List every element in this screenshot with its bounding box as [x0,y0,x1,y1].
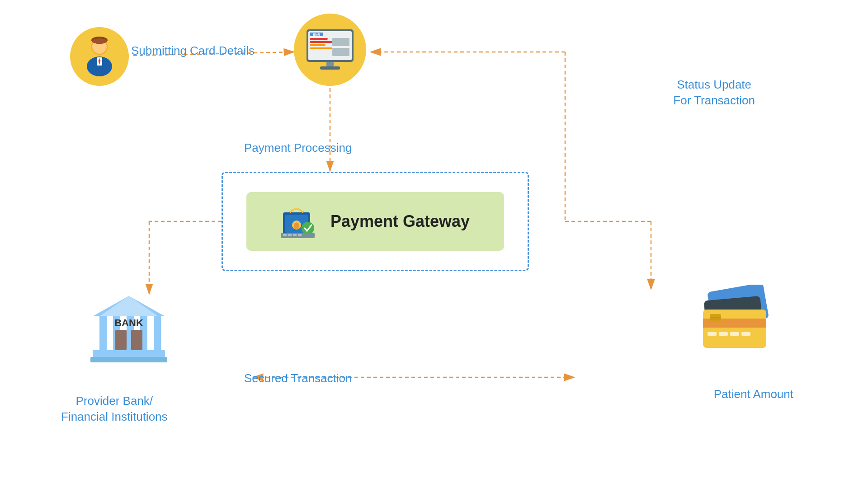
svg-text:BANK: BANK [114,317,143,328]
card-node [696,285,778,354]
svg-rect-30 [288,234,292,236]
gateway-outer-box: Payment Gateway [222,172,529,271]
svg-rect-52 [708,332,717,336]
svg-rect-54 [730,332,739,336]
svg-rect-41 [131,330,142,350]
svg-rect-43 [90,357,167,362]
svg-marker-34 [99,296,158,316]
svg-rect-53 [719,332,728,336]
svg-rect-26 [294,224,299,229]
svg-rect-32 [298,234,302,236]
label-payment-processing: Payment Processing [244,140,352,156]
gateway-label: Payment Gateway [330,212,470,231]
card-icon [701,285,773,352]
svg-rect-22 [320,66,340,70]
bank-icon: BANK [90,294,167,366]
svg-rect-17 [310,44,326,46]
svg-point-27 [302,222,314,235]
svg-rect-39 [154,316,161,350]
label-provider-bank: Provider Bank/Financial Institutions [61,393,168,425]
svg-rect-31 [293,234,297,236]
emr-node: EMR [294,14,366,86]
label-patient-amount: Patient Amount [714,386,793,402]
bank-node: BANK [88,294,170,368]
svg-point-10 [92,38,107,44]
svg-rect-49 [710,314,721,322]
diagram-container: EMR [0,0,868,488]
person-node [70,27,129,86]
svg-rect-21 [326,62,334,66]
svg-rect-18 [310,47,332,49]
svg-rect-40 [115,330,127,350]
label-status-update: Status UpdateFor Transaction [673,77,755,108]
gateway-inner-box: Payment Gateway [246,192,504,251]
svg-rect-35 [99,316,107,350]
svg-rect-55 [741,332,750,336]
label-secured-transaction: Secured Transaction [244,371,352,386]
person-circle [70,27,129,86]
svg-rect-29 [283,234,287,236]
svg-rect-15 [310,38,328,40]
person-icon [77,34,122,79]
svg-rect-42 [93,350,165,357]
gateway-icon [281,203,321,239]
svg-rect-19 [332,38,349,46]
svg-rect-20 [332,48,349,56]
svg-text:EMR: EMR [313,33,320,36]
emr-circle: EMR [294,14,366,86]
label-submitting-card: Submitting Card Details [131,43,255,59]
emr-icon: EMR [303,27,357,72]
